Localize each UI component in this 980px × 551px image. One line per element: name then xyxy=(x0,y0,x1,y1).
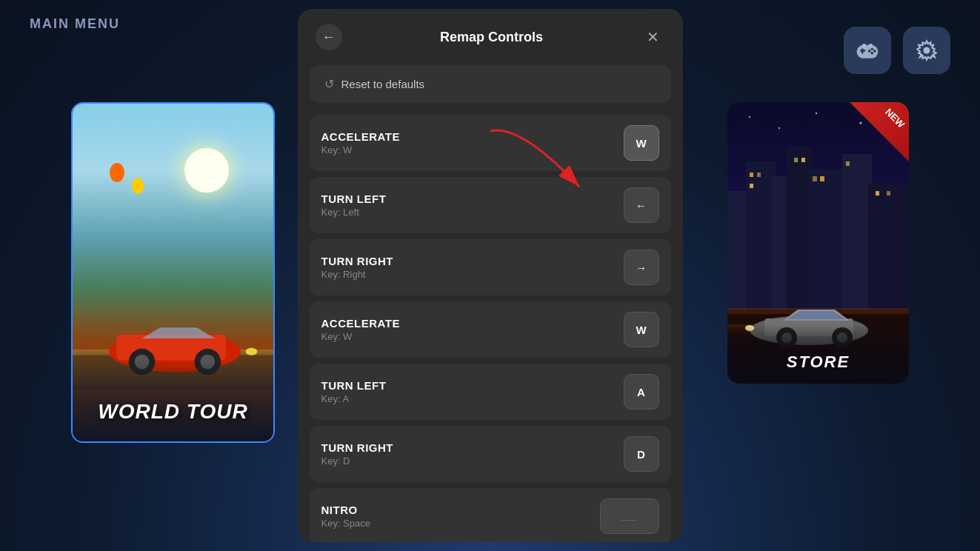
back-button[interactable]: ← xyxy=(316,24,342,50)
control-name-turn-left-1: TURN LEFT xyxy=(321,193,387,205)
key-badge-left[interactable]: ← xyxy=(624,187,659,223)
dialog-header: ← Remap Controls ✕ xyxy=(298,9,683,65)
control-row-accelerate-2: ACCELERATE Key: W W xyxy=(310,301,671,358)
reset-label: Reset to defaults xyxy=(341,78,425,90)
key-badge-w-1[interactable]: W xyxy=(624,125,659,161)
reset-to-defaults-button[interactable]: ↺ Reset to defaults xyxy=(310,65,671,103)
dialog-title: Remap Controls xyxy=(440,30,543,45)
control-key-accelerate-1: Key: W xyxy=(321,144,400,156)
control-name-nitro: NITRO xyxy=(321,504,371,516)
control-row-turn-left-1: TURN LEFT Key: Left ← xyxy=(310,177,671,233)
control-info-turn-left-1: TURN LEFT Key: Left xyxy=(321,193,387,218)
control-key-accelerate-2: Key: W xyxy=(321,331,400,342)
control-info-nitro: NITRO Key: Space xyxy=(321,504,371,529)
control-name-accelerate-2: ACCELERATE xyxy=(321,317,400,330)
control-row-turn-right-1: TURN RIGHT Key: Right → xyxy=(310,239,671,295)
control-info-accelerate-2: ACCELERATE Key: W xyxy=(321,317,400,342)
dialog-body: ↺ Reset to defaults ACCELERATE Key: W W … xyxy=(298,65,683,542)
control-info-turn-left-2: TURN LEFT Key: A xyxy=(321,379,387,404)
control-key-turn-left-1: Key: Left xyxy=(321,207,387,218)
control-key-turn-left-2: Key: A xyxy=(321,393,387,404)
control-name-turn-right-1: TURN RIGHT xyxy=(321,255,394,267)
key-badge-space[interactable]: ___ xyxy=(600,498,659,534)
control-key-turn-right-2: Key: D xyxy=(321,455,394,467)
remap-controls-dialog: ← Remap Controls ✕ ↺ Reset to defaults A… xyxy=(298,9,683,542)
back-icon: ← xyxy=(322,30,336,45)
control-info-accelerate-1: ACCELERATE Key: W xyxy=(321,130,400,156)
key-badge-a[interactable]: A xyxy=(624,374,659,410)
control-row-turn-left-2: TURN LEFT Key: A A xyxy=(310,364,671,420)
control-info-turn-right-2: TURN RIGHT Key: D xyxy=(321,441,394,467)
control-key-nitro: Key: Space xyxy=(321,518,371,529)
key-badge-right[interactable]: → xyxy=(624,250,659,285)
control-row-accelerate-1: ACCELERATE Key: W W xyxy=(310,115,671,171)
dialog-overlay: ← Remap Controls ✕ ↺ Reset to defaults A… xyxy=(0,0,980,551)
key-badge-d[interactable]: D xyxy=(624,436,659,472)
control-row-turn-right-2: TURN RIGHT Key: D D xyxy=(310,426,671,482)
reset-icon: ↺ xyxy=(324,77,334,91)
control-name-turn-right-2: TURN RIGHT xyxy=(321,441,394,454)
control-key-turn-right-1: Key: Right xyxy=(321,269,394,280)
key-badge-w-2[interactable]: W xyxy=(624,312,659,347)
control-name-accelerate-1: ACCELERATE xyxy=(321,130,400,143)
control-info-turn-right-1: TURN RIGHT Key: Right xyxy=(321,255,394,280)
control-name-turn-left-2: TURN LEFT xyxy=(321,379,387,392)
close-icon: ✕ xyxy=(647,28,659,46)
control-row-nitro: NITRO Key: Space ___ xyxy=(310,488,671,542)
close-button[interactable]: ✕ xyxy=(641,25,665,49)
